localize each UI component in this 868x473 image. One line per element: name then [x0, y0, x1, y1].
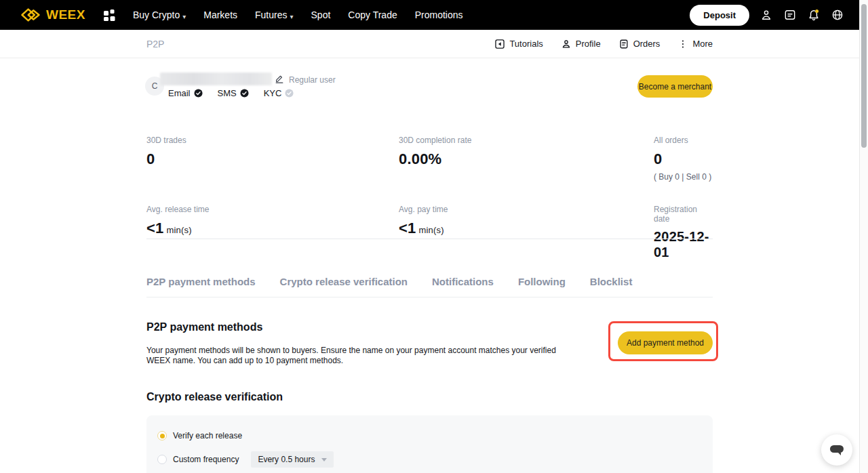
chevron-down-icon — [182, 9, 186, 20]
orders-link[interactable]: Orders — [618, 39, 660, 49]
tab-notifications[interactable]: Notifications — [432, 276, 494, 287]
tab-crypto-release-verification[interactable]: Crypto release verification — [280, 276, 408, 287]
weex-logo[interactable]: WEEX — [20, 7, 85, 22]
notification-bell-wrap[interactable] — [807, 8, 821, 22]
chevron-down-icon — [290, 9, 294, 20]
message-icon[interactable] — [783, 8, 797, 22]
weex-logo-icon — [20, 7, 41, 22]
brand-name: WEEX — [46, 7, 85, 22]
nav-item-markets[interactable]: Markets — [203, 9, 237, 20]
crypto-release-heading: Crypto release verification — [146, 391, 283, 403]
more-link[interactable]: More — [677, 39, 713, 49]
page-subheader: P2P Tutorials Profile — [0, 30, 859, 58]
subheader-links: Tutorials Profile Orders — [494, 39, 713, 49]
check-verified-icon — [240, 89, 249, 98]
stat-avg-pay-time: Avg. pay time <1min(s) — [399, 205, 654, 260]
scrollbar-thumb[interactable] — [861, 4, 867, 148]
tutorials-link[interactable]: Tutorials — [494, 39, 542, 49]
frequency-dropdown[interactable]: Every 0.5 hours — [251, 451, 334, 468]
payment-methods-heading: P2P payment methods — [146, 321, 262, 333]
user-level-badge: Regular user — [289, 75, 336, 85]
stat-avg-release-time: Avg. release time <1min(s) — [146, 205, 399, 260]
profile-icon — [561, 39, 572, 49]
check-unverified-icon — [285, 89, 294, 98]
nav-item-promotions[interactable]: Promotions — [415, 9, 463, 20]
main-nav: Buy Crypto Markets Futures Spot Copy Tra… — [133, 9, 463, 20]
tab-following[interactable]: Following — [518, 276, 566, 287]
deposit-button[interactable]: Deposit — [690, 5, 749, 26]
edit-nickname-icon[interactable] — [275, 74, 284, 83]
account-icon[interactable] — [760, 8, 773, 22]
chat-bubble-icon — [828, 442, 846, 458]
tab-blocklist[interactable]: Blocklist — [590, 276, 633, 287]
app-grid-icon[interactable] — [102, 7, 117, 22]
chevron-down-icon — [321, 458, 327, 461]
navbar-right: Deposit — [690, 5, 844, 26]
nav-item-futures[interactable]: Futures — [255, 9, 294, 20]
nav-item-buy-crypto[interactable]: Buy Crypto — [133, 9, 186, 20]
radio-selected-icon — [157, 431, 167, 440]
more-dots-icon — [677, 39, 688, 49]
username-blurred — [160, 73, 272, 85]
notification-bell-icon — [807, 8, 821, 22]
stat-30d-trades: 30D trades 0 — [146, 136, 399, 182]
become-merchant-button[interactable]: Become a merchant — [637, 75, 713, 98]
tab-p2p-payment-methods[interactable]: P2P payment methods — [146, 276, 256, 287]
buy-sell-breakdown: ( Buy 0 | Sell 0 ) — [654, 172, 713, 182]
check-verified-icon — [194, 89, 203, 98]
add-payment-method-button[interactable]: Add payment method — [618, 331, 713, 354]
frequency-value: Every 0.5 hours — [258, 455, 315, 464]
tutorials-icon — [494, 39, 505, 49]
settings-tabs: P2P payment methods Crypto release verif… — [146, 276, 632, 287]
radio-verify-each-release[interactable]: Verify each release — [157, 431, 242, 440]
sms-verification: SMS — [218, 88, 249, 98]
stat-registration-date: Registration date 2025-12-01 — [654, 205, 713, 260]
kyc-verification: KYC — [264, 88, 294, 98]
nav-item-spot[interactable]: Spot — [311, 9, 331, 20]
language-globe-icon[interactable] — [831, 8, 844, 22]
breadcrumb: P2P — [146, 39, 164, 49]
scrollbar — [859, 0, 868, 473]
stats-grid: 30D trades 0 30D completion rate 0.00% A… — [146, 136, 713, 260]
orders-icon — [618, 39, 629, 49]
divider — [146, 297, 713, 297]
payment-methods-description: Your payment methods will be shown to bu… — [146, 346, 568, 366]
email-verification: Email — [168, 88, 203, 98]
divider — [146, 239, 713, 239]
profile-link[interactable]: Profile — [561, 39, 601, 49]
radio-unselected-icon — [157, 455, 167, 464]
weex-p2p-profile-page: WEEX Buy Crypto Markets Futures Spot Cop… — [0, 0, 868, 473]
stat-30d-completion-rate: 30D completion rate 0.00% — [399, 136, 654, 182]
nav-item-copy-trade[interactable]: Copy Trade — [348, 9, 397, 20]
verification-row: Email SMS KYC — [168, 88, 294, 98]
top-navbar: WEEX Buy Crypto Markets Futures Spot Cop… — [0, 0, 859, 30]
chat-widget-button[interactable] — [821, 434, 852, 466]
stat-all-orders: All orders 0 ( Buy 0 | Sell 0 ) — [654, 136, 713, 182]
radio-custom-frequency[interactable]: Custom frequency Every 0.5 hours — [157, 451, 334, 468]
